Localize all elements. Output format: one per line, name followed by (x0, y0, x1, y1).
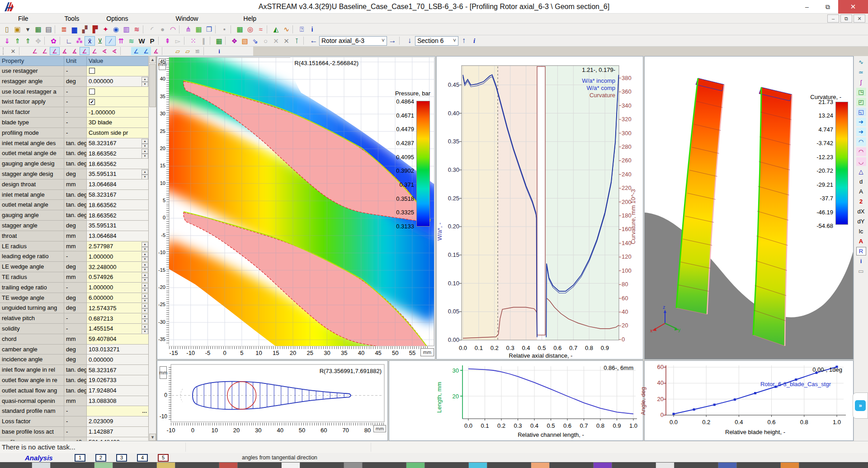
menu-item[interactable]: Tools (60, 15, 84, 22)
toolbar-icon[interactable] (60, 37, 63, 45)
angle-tool-icon[interactable]: ≌ (193, 47, 203, 55)
toolbar-icon[interactable]: ⁂ (74, 36, 85, 46)
toolbar-icon[interactable]: ≣ (59, 24, 69, 34)
restore-button[interactable]: ⧉ (817, 0, 838, 14)
toolbar-icon[interactable]: ✿ (48, 36, 59, 46)
child-minimize-button[interactable]: – (827, 14, 839, 23)
property-value[interactable]: ✓ 18.663562 ... ▲▼ (87, 210, 149, 221)
toolbar-icon[interactable]: ∥ (198, 36, 209, 46)
value-spinner[interactable]: ▲▼ (142, 314, 148, 323)
property-row[interactable]: twist factor - ✓ -1.000000 ... ▲▼ (0, 107, 156, 118)
property-row[interactable]: outlet metal angle tan. deg ✓ 18.663562 … (0, 200, 156, 210)
angle-tool-icon[interactable] (120, 47, 130, 55)
scroll-up-icon[interactable]: ▲ (149, 56, 156, 63)
angle-tool-icon[interactable]: ∡ (60, 47, 70, 55)
right-toolbar-icon[interactable]: lc (856, 227, 866, 236)
taskbar-app-button[interactable] (406, 462, 425, 468)
toolbar-icon[interactable]: ◜ (147, 24, 157, 34)
value-spinner[interactable]: ▲▼ (142, 262, 148, 271)
toolbar-icon[interactable]: ▦ (235, 24, 245, 34)
angle-tool-icon[interactable] (203, 47, 213, 55)
property-row[interactable]: twist factor apply - ✓ ... ▲▼ (0, 97, 156, 107)
property-row[interactable]: outlet metal angle de tan. deg ✓ 18.6635… (0, 148, 156, 159)
property-row[interactable]: chord mm ✓ 59.407804 ... ▲▼ (0, 334, 156, 345)
right-toolbar-icon[interactable]: A (856, 187, 866, 196)
property-value[interactable]: ✓ 103.013271 ... ▲▼ (87, 345, 149, 355)
toolbar-icon[interactable]: ⁙ (188, 36, 198, 46)
property-row[interactable]: outlet flow angle in re tan. deg ✓ 19.02… (0, 375, 156, 386)
toolbar-icon[interactable]: ⇑ (12, 36, 23, 46)
property-value[interactable]: ✓ 3D blade ... ▲▼ (87, 118, 149, 128)
toolbar-icon[interactable] (44, 37, 47, 45)
toolbar-icon[interactable]: ▯ (2, 24, 12, 34)
toolbar-icon[interactable]: ⍰ (297, 24, 307, 34)
analysis-tab-button[interactable]: 3 (116, 454, 127, 462)
toolbar-icon[interactable]: P (147, 36, 157, 46)
right-toolbar-icon[interactable]: ➔ (856, 118, 866, 126)
value-spinner[interactable]: ▲▼ (142, 324, 148, 333)
toolbar-icon[interactable]: ▤ (43, 24, 54, 34)
menu-item[interactable]: Help (239, 15, 261, 22)
taskbar-app-button[interactable] (718, 462, 737, 468)
property-value[interactable]: ✓ ... ▲▼ (87, 97, 149, 107)
property-row[interactable]: standard profile nam - ✓ ... ▲▼ (0, 406, 156, 416)
property-row[interactable]: inlet metal angle tan. deg ✓ 58.323167 .… (0, 190, 156, 200)
toolbar-icon[interactable] (158, 37, 161, 45)
toolbar-icon[interactable]: ▥ (121, 24, 132, 34)
angle-tool-icon[interactable]: ∠ (90, 47, 99, 55)
child-restore-button[interactable]: ⧉ (840, 14, 852, 23)
toolbar-icon[interactable]: ▆ (69, 24, 80, 34)
prev-section-button[interactable]: ↓ (404, 36, 415, 45)
property-row[interactable]: TE radius mm ✓ 0.574926 ... ▲▼ (0, 272, 156, 283)
property-value[interactable]: ✓ 6.000000 ... ▲▼ (87, 293, 149, 303)
property-value[interactable]: ✓ 58.323167 ... ▲▼ (87, 190, 149, 200)
next-row-button[interactable]: → (387, 36, 398, 45)
value-spinner[interactable]: ▲▼ (142, 149, 148, 158)
taskbar-app-button[interactable] (344, 462, 363, 468)
value-spinner[interactable]: ▲▼ (142, 242, 148, 251)
toolbar-icon[interactable]: ▻ (173, 36, 183, 46)
right-toolbar-icon[interactable]: ◱ (856, 108, 866, 116)
taskbar-app-button[interactable] (156, 462, 175, 468)
row-select[interactable]: Rotor axial_6-3 ˅ (319, 36, 387, 46)
toolbar-icon[interactable]: ▾ (23, 24, 33, 34)
toolbar-icon[interactable]: • (219, 24, 230, 34)
right-toolbar-icon[interactable]: A (856, 237, 866, 246)
section-select[interactable]: Section 6 ˅ (415, 36, 458, 46)
toolbar-icon[interactable] (292, 25, 296, 33)
angle-tool-icon[interactable]: ∡ (70, 47, 80, 55)
value-spinner[interactable]: ▲▼ (142, 303, 148, 312)
right-toolbar-icon[interactable]: i (856, 257, 866, 265)
toolbar-icon[interactable] (179, 25, 182, 33)
property-value[interactable]: ✓ 0.574926 ... ▲▼ (87, 272, 149, 283)
toolbar-icon[interactable]: ❒ (204, 24, 214, 34)
property-row[interactable]: stagger angle deg ✓ 35.595131 ... ▲▼ (0, 221, 156, 231)
property-value[interactable]: ✓ 13.064684 ... ▲▼ (87, 180, 149, 190)
right-toolbar-icon[interactable]: △ (856, 167, 866, 176)
property-row[interactable]: relative pitch - ✓ 0.687213 ... ▲▼ (0, 313, 156, 324)
property-row[interactable]: quasi-normal openin mm ✓ 13.088308 ... ▲… (0, 396, 156, 407)
angle-tool-icon[interactable]: ∠ (80, 47, 90, 55)
property-value[interactable]: ✓ 531.148426 ... ▲▼ (87, 437, 149, 441)
taskbar-app-button[interactable] (593, 462, 612, 468)
minimize-button[interactable]: – (797, 0, 817, 14)
property-value[interactable]: ✓ 2.577987 ... ▲▼ (87, 241, 149, 252)
property-row[interactable]: restagger angle deg ✓ 0.000000 ... ▲▼ (0, 76, 156, 87)
toolbar-grip[interactable] (3, 47, 6, 55)
next-section-button[interactable]: ↑ (458, 36, 469, 45)
property-value[interactable]: ✓ 59.407804 ... ▲▼ (87, 334, 149, 345)
property-value[interactable]: ✓ 1.142887 ... ▲▼ (87, 427, 149, 437)
property-row[interactable]: TE wedge angle deg ✓ 6.000000 ... ▲▼ (0, 293, 156, 303)
taskbar-app-button[interactable] (531, 462, 550, 468)
property-row[interactable]: gauging angle tan. deg ✓ 18.663562 ... ▲… (0, 210, 156, 221)
angle-tool-icon[interactable]: ∢ (99, 47, 109, 55)
child-close-button[interactable]: ✕ (854, 14, 865, 23)
angle-tool-icon[interactable]: i (214, 47, 224, 55)
property-value[interactable]: ✓ 13.088308 ... ▲▼ (87, 396, 149, 407)
angle-tool-icon[interactable]: ∠ (141, 47, 151, 55)
toolbar-icon[interactable]: ▦ (193, 24, 204, 34)
right-toolbar-icon[interactable]: ➔ (856, 128, 866, 136)
toolbar-icon[interactable]: ◠ (168, 24, 178, 34)
toolbar-icon[interactable]: ○ (260, 36, 271, 46)
toolbar-icon[interactable]: ≈ (255, 24, 266, 34)
